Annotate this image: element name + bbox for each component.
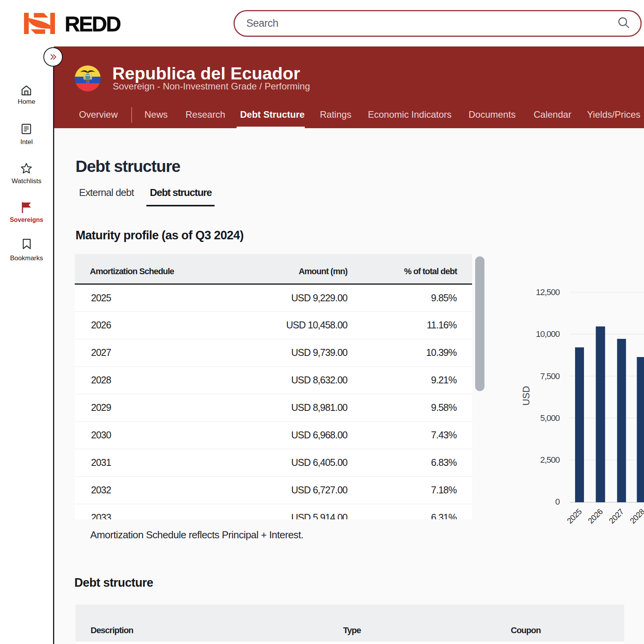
svg-text:2028: 2028 [628,507,644,525]
svg-text:10,000: 10,000 [536,329,560,339]
svg-text:7,500: 7,500 [540,371,560,381]
svg-text:5,000: 5,000 [540,413,560,423]
svg-text:2026: 2026 [586,507,604,525]
svg-text:2025: 2025 [565,507,583,525]
svg-text:2,500: 2,500 [540,455,560,465]
svg-text:0: 0 [555,497,560,507]
svg-text:USD: USD [521,386,531,406]
svg-text:2027: 2027 [607,507,625,525]
svg-text:12,500: 12,500 [536,287,560,297]
